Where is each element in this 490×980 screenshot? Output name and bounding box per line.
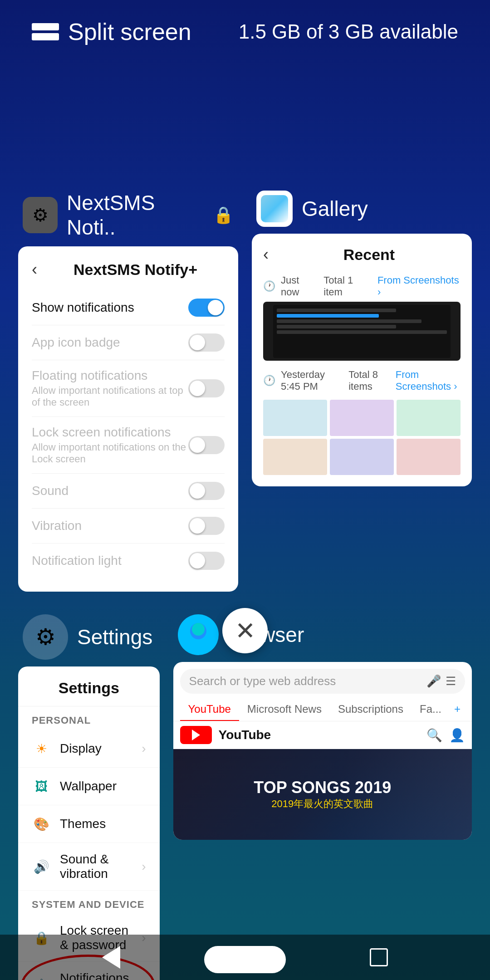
settings-app-title: Settings [77, 625, 152, 649]
browser-new-tab-button[interactable]: + [450, 698, 465, 721]
gallery-card-title: Recent [278, 246, 461, 264]
youtube-text: YouTube [219, 728, 420, 742]
notification-light-row: Notification light [32, 544, 225, 578]
wallpaper-icon: 🖼 [32, 777, 51, 796]
browser-search-placeholder: Search or type web address [189, 674, 422, 688]
gallery-card: ‹ Recent 🕐 Just now Total 1 item From Sc… [252, 234, 472, 486]
gallery-grid-item-1[interactable] [263, 400, 327, 436]
gallery-thumb-1[interactable] [263, 302, 461, 361]
notification-light-label: Notification light [32, 554, 122, 568]
app-icon-badge-toggle[interactable] [188, 333, 225, 352]
settings-card-title: Settings [18, 666, 160, 706]
nav-recents-button[interactable] [370, 948, 388, 966]
gallery-from-2[interactable]: From Screenshots › [396, 369, 461, 392]
split-screen-icon [32, 20, 59, 43]
gallery-thumb-inner-1 [273, 305, 451, 358]
bottom-section: ⚙ Settings Settings PERSONAL ☀ Display ›… [0, 614, 490, 980]
show-notifications-row: Show notifications [32, 290, 225, 325]
browser-youtube-banner: YouTube 🔍 👤 [173, 721, 472, 749]
show-notifications-toggle[interactable] [188, 299, 225, 317]
nextsms-app-icon[interactable]: ⚙ [23, 197, 58, 233]
browser-tab-microsoft[interactable]: Microsoft News [239, 698, 330, 721]
floating-notifications-label: Floating notifications [32, 368, 188, 383]
gallery-app-icon[interactable] [256, 191, 293, 227]
split-screen-title: Split screen [32, 18, 191, 45]
gallery-app-title: Gallery [302, 196, 368, 221]
settings-item-themes[interactable]: 🎨 Themes [18, 805, 160, 843]
vibration-row: Vibration [32, 509, 225, 544]
wallpaper-label: Wallpaper [60, 779, 146, 794]
nextsms-section: ⚙ NextSMS Noti.. 🔒 ‹ NextSMS Notify+ Sho… [18, 191, 238, 592]
browser-tabs: YouTube Microsoft News Subscriptions Fa.… [173, 698, 472, 721]
app-icon-badge-label: App icon badge [32, 335, 120, 350]
gallery-icon-graphic [261, 195, 288, 222]
nav-back-button[interactable] [102, 946, 120, 969]
gallery-total-1: Total 1 item [323, 274, 372, 298]
browser-tab-subscriptions[interactable]: Subscriptions [330, 698, 412, 721]
gallery-grid-item-3[interactable] [397, 400, 461, 436]
settings-card: Settings PERSONAL ☀ Display › 🖼 Wallpape… [18, 666, 160, 980]
youtube-search-icon[interactable]: 🔍 [426, 728, 442, 743]
browser-tab-fa[interactable]: Fa... [412, 698, 450, 721]
gallery-grid-item-6[interactable] [397, 439, 461, 475]
settings-item-wallpaper[interactable]: 🖼 Wallpaper [18, 768, 160, 805]
themes-icon: 🎨 [32, 814, 51, 833]
memory-label: 1.5 GB of 3 GB available [239, 20, 458, 43]
sound-toggle[interactable] [188, 482, 225, 500]
top-bar: Split screen 1.5 GB of 3 GB available [0, 0, 490, 45]
back-triangle-icon [102, 946, 120, 969]
browser-content-text: TOP SONGS 2019 2019年最火的英文歌曲 [254, 778, 391, 811]
settings-app-icon[interactable]: ⚙ [23, 614, 68, 660]
vibration-label: Vibration [32, 519, 82, 533]
gallery-grid-item-2[interactable] [330, 400, 394, 436]
browser-list-icon[interactable]: ☰ [446, 674, 456, 688]
browser-app-icon[interactable] [178, 614, 219, 655]
lock-screen-notifications-row: Lock screen notifications Allow importan… [32, 417, 225, 474]
sound-vibration-icon: 🔊 [32, 857, 51, 876]
gallery-grid-item-4[interactable] [263, 439, 327, 475]
browser-mic-icon[interactable]: 🎤 [426, 674, 441, 688]
gallery-from-1[interactable]: From Screenshots › [377, 274, 461, 298]
browser-tab-youtube[interactable]: YouTube [180, 698, 239, 721]
browser-content: TOP SONGS 2019 2019年最火的英文歌曲 [173, 749, 472, 840]
lock-screen-notifications-label: Lock screen notifications [32, 425, 188, 440]
settings-section: ⚙ Settings Settings PERSONAL ☀ Display ›… [18, 614, 160, 980]
lock-screen-text-group: Lock screen notifications Allow importan… [32, 425, 188, 465]
browser-section: Browser Search or type web address 🎤 ☰ Y… [173, 614, 472, 980]
gallery-app-header: Gallery [252, 191, 472, 227]
cards-area: ⚙ NextSMS Noti.. 🔒 ‹ NextSMS Notify+ Sho… [0, 45, 490, 601]
sound-label: Sound [32, 484, 69, 498]
gallery-grid [263, 400, 461, 475]
thumb-line-3 [277, 319, 421, 323]
floating-notifications-row: Floating notifications Allow important n… [32, 360, 225, 417]
settings-item-sound[interactable]: 🔊 Sound & vibration › [18, 843, 160, 891]
youtube-play-icon [192, 730, 200, 740]
settings-item-display[interactable]: ☀ Display › [18, 730, 160, 768]
floating-notifications-toggle[interactable] [188, 379, 225, 397]
browser-search-bar[interactable]: Search or type web address 🎤 ☰ [180, 669, 465, 694]
gallery-grid-item-5[interactable] [330, 439, 394, 475]
browser-app-header: Browser [173, 614, 472, 655]
clock-icon-2: 🕐 [263, 375, 275, 387]
nextsms-app-title: NextSMS Noti.. [67, 191, 204, 240]
lock-screen-notifications-toggle[interactable] [188, 436, 225, 454]
thumb-line-1 [277, 309, 396, 312]
sound-vibration-label: Sound & vibration [60, 852, 132, 881]
youtube-logo [180, 726, 212, 744]
sound-chevron: › [142, 859, 146, 874]
clock-icon-1: 🕐 [263, 280, 275, 292]
display-label: Display [60, 741, 132, 756]
close-split-screen-button[interactable]: ✕ [222, 608, 268, 653]
floating-notifications-text-group: Floating notifications Allow important n… [32, 368, 188, 408]
gallery-back-button[interactable]: ‹ [263, 245, 269, 264]
lock-screen-notifications-sublabel: Allow important notifications on the Loc… [32, 441, 188, 465]
gallery-time-1: Just now [281, 274, 318, 298]
youtube-account-icon[interactable]: 👤 [449, 728, 465, 743]
notification-light-toggle[interactable] [188, 552, 225, 570]
nextsms-back-button[interactable]: ‹ [32, 260, 37, 279]
gallery-total-2: Total 8 items [348, 369, 390, 392]
show-notifications-label: Show notifications [32, 300, 134, 315]
thumb-line-5 [277, 330, 447, 334]
vibration-toggle[interactable] [188, 517, 225, 535]
home-button-pill[interactable] [204, 946, 286, 973]
